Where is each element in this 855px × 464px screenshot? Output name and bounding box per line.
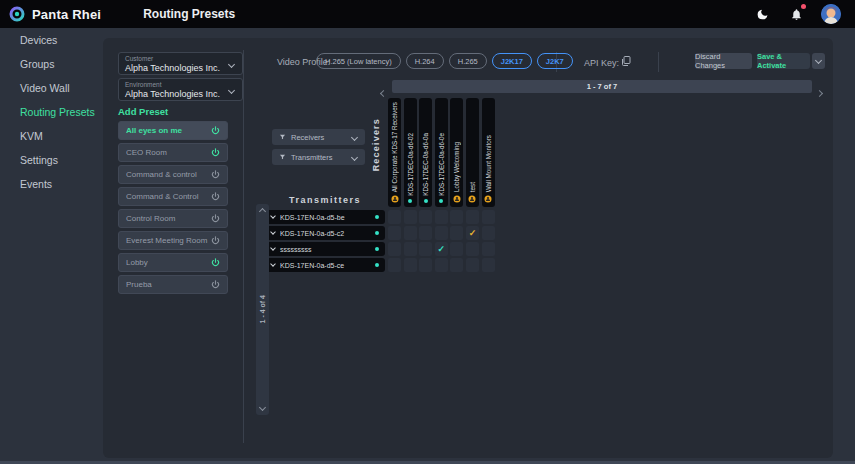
transmitter-row-header[interactable]: KDS-17EN-0a-d5-c2 [265,226,385,240]
matrix-cell[interactable] [466,210,479,224]
save-activate-button[interactable]: Save & Activate [757,53,810,69]
preset-item[interactable]: All eyes on me [118,121,228,140]
preset-item[interactable]: Lobby [118,253,228,272]
transmitters-pagination-bar[interactable]: 1 - 4 of 4 [256,204,269,415]
chevron-down-icon [815,56,822,63]
preset-item[interactable]: CEO Room [118,143,228,162]
power-icon[interactable] [211,170,220,179]
online-status-dot [439,199,443,203]
power-icon[interactable] [211,192,220,201]
matrix-cell[interactable] [466,258,479,272]
matrix-cell[interactable]: ✓ [435,242,448,256]
matrix-cell[interactable] [404,258,417,272]
top-bar: Panta Rhei Routing Presets [0,0,855,28]
matrix-cell[interactable] [388,242,401,256]
matrix-cell[interactable] [450,226,463,240]
customer-select-label: Customer [125,55,236,62]
receiver-column-header[interactable]: Wall Mount Monitors [482,98,495,207]
receiver-column-header[interactable]: All Corporate KDS-17 Receivers [388,98,401,207]
sidebar-item[interactable]: KVM [0,124,103,148]
matrix-cell[interactable] [482,210,495,224]
page-up-icon[interactable] [259,208,266,215]
matrix-cell[interactable] [450,242,463,256]
transmitter-row-header[interactable]: KDS-17EN-0a-d5-ce [265,258,385,272]
matrix-cell[interactable] [419,210,432,224]
power-icon[interactable] [211,236,220,245]
power-icon[interactable] [211,126,220,135]
receiver-column-header[interactable]: Lobby Welcoming [450,98,463,207]
api-key-copy-icon[interactable] [620,55,632,68]
receiver-column-header[interactable]: KDS-17DEC-0a-d6-0a [419,98,432,207]
preset-item[interactable]: Control Room [118,209,228,228]
receivers-pagination-bar[interactable]: 1 - 7 of 7 [392,80,812,93]
sidebar-item[interactable]: Settings [0,148,103,172]
transmitters-filter-button[interactable]: Transmitters [272,149,365,165]
page-right-icon[interactable] [817,82,822,100]
power-icon[interactable] [211,214,220,223]
matrix-cell[interactable] [404,210,417,224]
user-avatar[interactable] [821,4,841,24]
theme-moon-icon[interactable] [753,5,771,23]
matrix-cell[interactable] [388,210,401,224]
preset-item[interactable]: Everest Meeting Room [118,231,228,250]
matrix-cell[interactable] [404,226,417,240]
sidebar-item[interactable]: Devices [0,28,103,52]
matrix-cell[interactable] [419,226,432,240]
matrix-cell[interactable] [435,210,448,224]
chevron-down-icon[interactable] [270,261,276,267]
matrix-cell[interactable] [404,242,417,256]
online-status-dot [375,215,379,219]
matrix-cell[interactable] [450,210,463,224]
preset-name: Prueba [126,280,211,289]
matrix-cell[interactable] [450,258,463,272]
transmitter-name: KDS-17EN-0a-d5-be [280,214,370,221]
transmitter-row-header[interactable]: KDS-17EN-0a-d5-be [265,210,385,224]
power-icon[interactable] [211,148,220,157]
matrix-cell[interactable] [388,258,401,272]
environment-select[interactable]: Environment Alpha Technologies Inc. [118,78,243,101]
notifications-bell-icon[interactable] [787,5,805,23]
chevron-down-icon[interactable] [270,245,276,251]
sidebar-item[interactable]: Groups [0,52,103,76]
page-down-icon[interactable] [259,404,266,411]
video-profile-pill[interactable]: J2K17 [492,53,532,69]
power-icon[interactable] [211,280,220,289]
power-icon[interactable] [211,258,220,267]
receiver-column-header[interactable]: test [466,98,479,207]
discard-changes-button[interactable]: Discard Changes [695,53,752,69]
preset-item[interactable]: Prueba [118,275,228,294]
matrix-cell[interactable]: ✓ [466,226,479,240]
chevron-down-icon[interactable] [270,229,276,235]
video-profile-pill[interactable]: H.265 [449,53,487,69]
transmitter-row-header[interactable]: sssssssss [265,242,385,256]
sidebar-item[interactable]: Routing Presets [0,100,103,124]
receiver-column-header[interactable]: KDS-17DEC-0a-d6-02 [404,98,417,207]
matrix-cell[interactable] [419,258,432,272]
matrix-cell[interactable] [466,242,479,256]
video-profile-pill[interactable]: H.265 (Low latency) [316,53,401,69]
preset-name: Command & control [126,170,211,179]
matrix-cell[interactable] [482,242,495,256]
matrix-cell[interactable] [388,226,401,240]
page-left-icon[interactable] [381,82,386,100]
receivers-filter-button[interactable]: Receivers [272,129,365,145]
transmitters-filter-label: Transmitters [291,153,347,162]
matrix-cell[interactable] [419,242,432,256]
sidebar-item[interactable]: Video Wall [0,76,103,100]
sidebar-item[interactable]: Events [0,172,103,196]
video-profile-pill[interactable]: J2K7 [537,53,573,69]
group-icon [484,195,492,203]
preset-item[interactable]: Command & Control [118,187,228,206]
video-profile-pill[interactable]: H.264 [406,53,444,69]
matrix-cell[interactable] [482,226,495,240]
chevron-down-icon[interactable] [270,213,276,219]
add-preset-button[interactable]: Add Preset [118,106,168,117]
matrix-cell[interactable] [435,226,448,240]
customer-select[interactable]: Customer Alpha Technologies Inc. [118,52,243,75]
matrix-cell[interactable] [435,258,448,272]
preset-item[interactable]: Command & control [118,165,228,184]
receiver-column-header[interactable]: KDS-17DEC-0a-d6-0e [435,98,448,207]
brand-name: Panta Rhei [32,7,101,22]
matrix-cell[interactable] [482,258,495,272]
save-options-button[interactable] [812,53,825,69]
